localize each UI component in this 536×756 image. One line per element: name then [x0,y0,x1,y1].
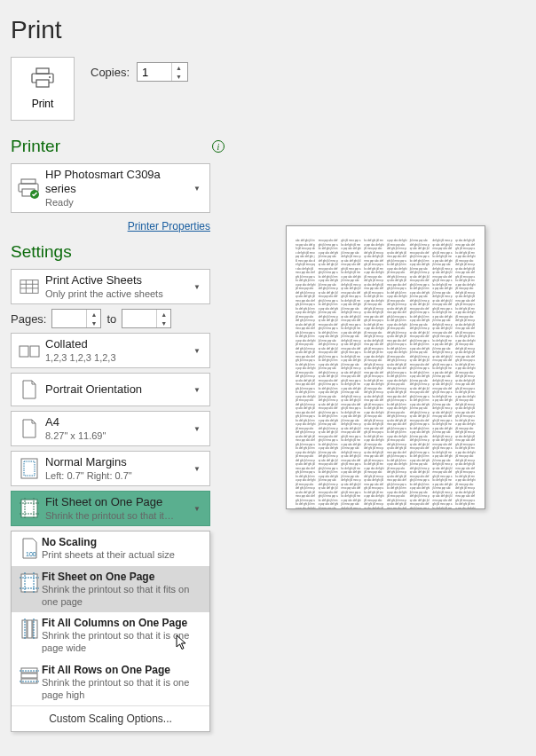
printer-status-icon [17,176,42,201]
print-what-selector[interactable]: Print Active Sheets Only print the activ… [11,269,210,304]
chevron-down-icon: ▼ [190,386,204,394]
pages-to-input[interactable] [122,312,156,326]
settings-section-header: Settings [11,242,225,262]
printer-name: HP Photosmart C309a series [45,168,190,197]
svg-rect-17 [21,500,37,517]
chevron-down-icon: ▼ [190,505,204,513]
orientation-selector[interactable]: Portrait Orientation ▼ [11,373,210,406]
scaling-option-fit-sheet[interactable]: Fit Sheet on One Page Shrink the printou… [12,566,209,613]
fit-columns-icon [17,617,42,640]
scaling-option-no-scaling[interactable]: 100 No Scaling Print sheets at their act… [12,532,209,565]
pages-to-stepper[interactable]: ▲▼ [122,309,171,328]
svg-rect-0 [36,68,49,74]
pages-label: Pages: [11,312,46,326]
chevron-down-icon: ▼ [190,347,204,355]
svg-rect-4 [21,179,35,184]
svg-rect-8 [20,280,38,294]
pages-from-stepper[interactable]: ▲▼ [51,309,101,328]
printer-icon [30,67,55,92]
svg-rect-29 [28,620,32,638]
svg-rect-13 [20,346,28,357]
sheets-icon [17,274,42,299]
svg-text:100: 100 [26,551,36,557]
fit-sheet-icon [17,571,42,594]
preview-content: abc def ghi jkl mno pqr abc def ghi jkl … [296,239,476,509]
print-button-label: Print [32,98,54,110]
scaling-selector[interactable]: Fit Sheet on One Page Shrink the printou… [11,491,210,526]
printer-properties-link[interactable]: Printer Properties [128,220,210,232]
copies-input[interactable] [138,66,171,79]
scaling-menu: 100 No Scaling Print sheets at their act… [11,531,210,732]
chevron-down-icon: ▼ [190,465,204,473]
collation-selector[interactable]: Collated 1,2,3 1,2,3 1,2,3 ▼ [11,333,210,368]
copies-label: Copies: [91,66,130,79]
no-scaling-icon: 100 [17,536,42,559]
svg-point-3 [49,76,51,78]
svg-rect-14 [30,346,39,357]
print-preview-page: abc def ghi jkl mno pqr abc def ghi jkl … [286,225,485,509]
chevron-down-icon: ▼ [190,185,204,193]
print-settings-panel: Print Copies: ▲▼ Printer i HP Photosmart… [0,57,235,756]
copies-up[interactable]: ▲ [172,63,185,72]
svg-rect-2 [36,80,49,87]
copies-down[interactable]: ▼ [172,72,185,81]
printer-selector[interactable]: HP Photosmart C309a series Ready ▼ [11,163,210,213]
chevron-down-icon: ▼ [190,425,204,433]
collated-icon [17,338,42,363]
page-icon [17,416,42,441]
fit-page-icon [17,496,42,521]
svg-rect-23 [21,574,37,592]
portrait-icon [17,377,42,402]
print-button[interactable]: Print [11,57,75,121]
svg-rect-34 [21,673,37,678]
page-title: Print [0,0,536,57]
scaling-option-fit-columns[interactable]: Fit All Columns on One Page Shrink the p… [12,612,209,659]
pages-to-label: to [106,312,116,326]
printer-section-header: Printer i [11,137,225,156]
margins-selector[interactable]: Normal Margins Left: 0.7" Right: 0.7" ▼ [11,451,210,486]
custom-scaling-link[interactable]: Custom Scaling Options... [12,705,209,731]
chevron-down-icon: ▼ [190,283,204,291]
fit-rows-icon [17,664,42,687]
paper-size-selector[interactable]: A4 8.27" x 11.69" ▼ [11,411,210,446]
printer-status: Ready [45,197,190,209]
print-preview-panel: abc def ghi jkl mno pqr abc def ghi jkl … [235,57,536,756]
pages-from-input[interactable] [52,312,86,326]
copies-stepper[interactable]: ▲▼ [137,62,188,82]
scaling-option-fit-rows[interactable]: Fit All Rows on One Page Shrink the prin… [12,659,209,706]
margins-icon [17,456,42,481]
printer-info-icon[interactable]: i [212,140,225,153]
